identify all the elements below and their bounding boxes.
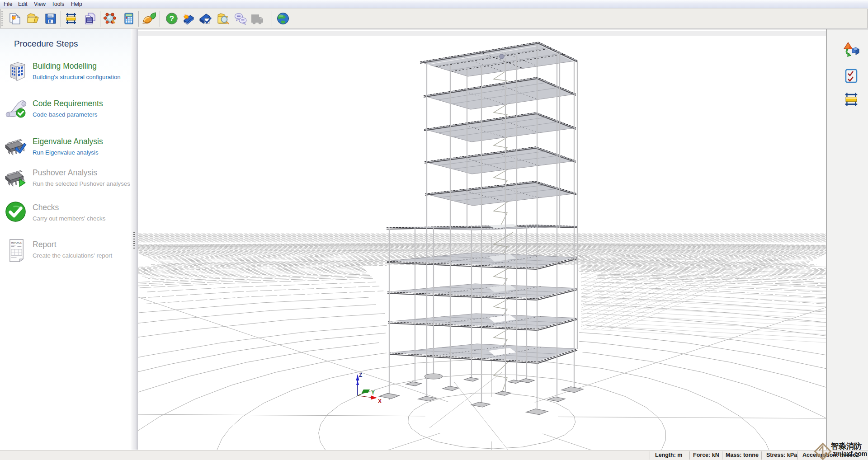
svg-text:Z: Z — [359, 372, 362, 378]
svg-text:Y: Y — [371, 390, 375, 396]
svg-text:INVOICE: INVOICE — [11, 241, 22, 244]
svg-text:X: X — [378, 398, 382, 404]
svg-text:?: ? — [170, 14, 174, 23]
